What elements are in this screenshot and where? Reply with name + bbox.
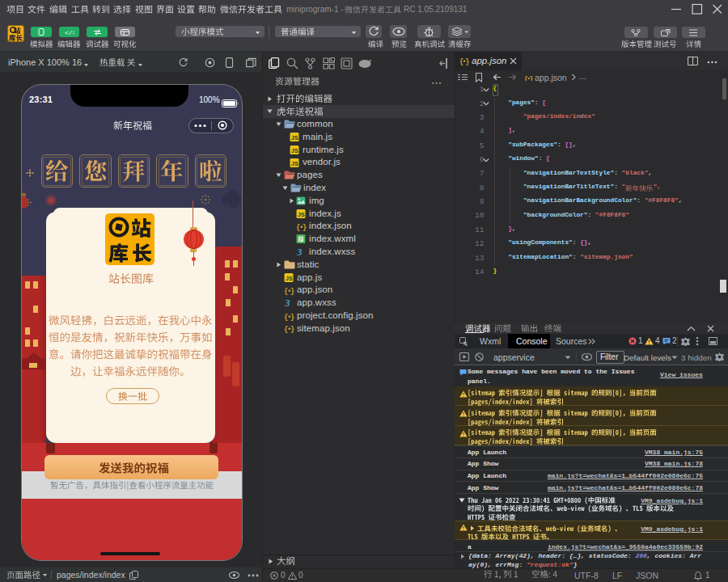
svg-text:JS: JS	[298, 212, 305, 217]
svg-text:{•}: {•}	[284, 326, 294, 333]
svg-text:3: 3	[297, 247, 303, 256]
svg-text:{•}: {•}	[284, 288, 294, 295]
svg-text:{•}: {•}	[459, 58, 469, 65]
svg-text:JS: JS	[291, 148, 298, 154]
svg-text:{•}: {•}	[284, 314, 294, 321]
svg-text:{•}: {•}	[296, 224, 307, 231]
svg-text:JS: JS	[291, 135, 298, 141]
svg-text:3: 3	[285, 298, 290, 307]
svg-text:JS: JS	[286, 276, 293, 281]
svg-text:JS: JS	[291, 161, 298, 167]
svg-text:{•}: {•}	[524, 74, 534, 82]
svg-text:</>: </>	[65, 29, 74, 36]
